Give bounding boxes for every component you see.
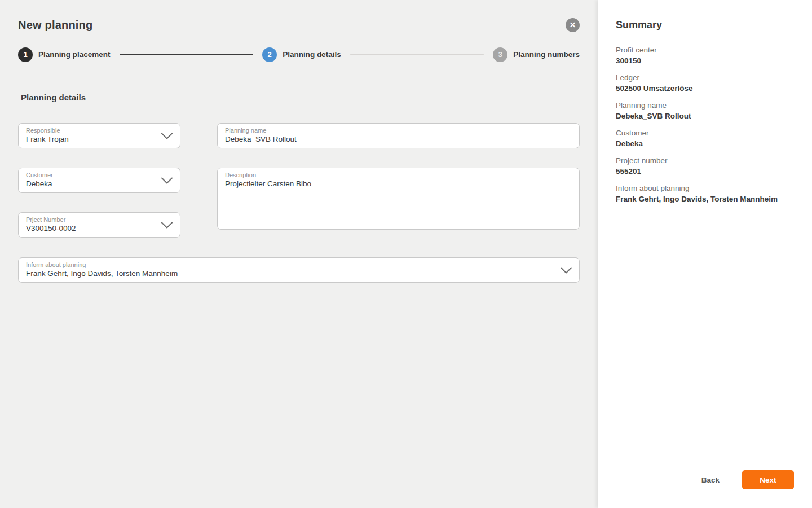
stepper-connector-2 [350,54,484,55]
step-3-circle: 3 [493,47,508,62]
summary-item-inform-about-planning: Inform about planning Frank Gehrt, Ingo … [616,183,794,204]
planning-name-label: Planning name [225,126,572,134]
inform-label: Inform about planning [26,261,557,269]
customer-label: Customer [26,171,157,179]
main-panel: New planning ✕ 1 Planning placement 2 Pl… [0,0,598,508]
wizard-stepper: 1 Planning placement 2 Planning details … [18,47,580,62]
inform-value: Frank Gehrt, Ingo Davids, Torsten Mannhe… [26,269,557,278]
planning-name-input[interactable] [225,134,572,144]
next-button[interactable]: Next [742,470,794,489]
summary-label: Ledger [616,72,794,83]
close-button[interactable]: ✕ [566,18,580,32]
summary-value: 502500 Umsatzerlöse [616,83,794,94]
page-title: New planning [18,19,92,32]
responsible-label: Responsible [26,126,157,134]
form-column-right: Planning name Description Projectleiter … [217,123,580,238]
description-field: Description Projectleiter Carsten Bibo [217,168,580,230]
description-input[interactable]: Projectleiter Carsten Bibo [225,179,572,221]
project-number-value: V300150-0002 [26,224,157,233]
summary-title: Summary [616,19,794,31]
summary-label: Customer [616,128,794,138]
back-button[interactable]: Back [701,476,720,484]
section-title: Planning details [18,93,580,102]
step-1-label: Planning placement [38,50,111,59]
project-number-label: Prject Number [26,216,157,224]
stepper-connector-1 [120,54,254,55]
inform-row: Inform about planning Frank Gehrt, Ingo … [18,257,580,283]
summary-item-project-number: Project number 555201 [616,155,794,177]
form-column-left: Responsible Frank Trojan Customer Debeka… [18,123,180,238]
step-2-label: Planning details [283,50,341,59]
customer-value: Debeka [26,179,157,189]
summary-item-planning-name: Planning name Debeka_SVB Rollout [616,100,794,121]
summary-label: Planning name [616,100,794,111]
chevron-down-icon [161,177,173,184]
summary-label: Profit center [616,45,794,55]
stepper-step-planning-placement[interactable]: 1 Planning placement [18,47,111,62]
dialog-header: New planning ✕ [18,17,580,33]
summary-value: 555201 [616,166,794,177]
summary-value: Debeka [616,138,794,149]
step-2-circle: 2 [262,47,277,62]
chevron-down-icon [161,221,173,229]
summary-value: 300150 [616,55,794,66]
stepper-step-planning-details[interactable]: 2 Planning details [262,47,341,62]
summary-item-profit-center: Profit center 300150 [616,45,794,66]
wizard-footer: Back Next [701,470,794,489]
inform-about-planning-select[interactable]: Inform about planning Frank Gehrt, Ingo … [18,257,580,283]
new-planning-dialog: New planning ✕ 1 Planning placement 2 Pl… [0,0,812,508]
summary-label: Project number [616,155,794,166]
customer-select[interactable]: Customer Debeka [18,168,180,193]
chevron-down-icon [560,266,572,274]
summary-item-ledger: Ledger 502500 Umsatzerlöse [616,72,794,94]
step-3-label: Planning numbers [513,50,580,59]
summary-value: Frank Gehrt, Ingo Davids, Torsten Mannhe… [616,194,794,204]
chevron-down-icon [161,132,173,139]
planning-name-field: Planning name [217,123,580,148]
summary-label: Inform about planning [616,183,794,194]
summary-item-customer: Customer Debeka [616,128,794,149]
description-label: Description [225,171,572,179]
step-1-circle: 1 [18,47,33,62]
responsible-value: Frank Trojan [26,134,157,144]
summary-sidebar: Summary Profit center 300150 Ledger 5025… [598,0,812,508]
project-number-select[interactable]: Prject Number V300150-0002 [18,212,180,238]
planning-details-form: Responsible Frank Trojan Customer Debeka… [18,123,580,238]
stepper-step-planning-numbers[interactable]: 3 Planning numbers [493,47,580,62]
summary-value: Debeka_SVB Rollout [616,111,794,121]
responsible-select[interactable]: Responsible Frank Trojan [18,123,180,148]
close-icon: ✕ [570,18,576,32]
